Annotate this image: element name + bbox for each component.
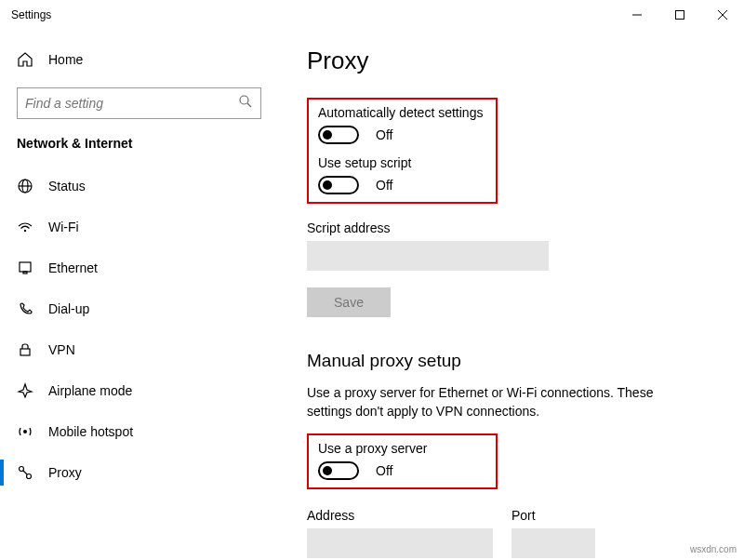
home-icon [17, 51, 33, 68]
sidebar-item-label: Mobile hotspot [48, 424, 133, 439]
svg-point-13 [23, 430, 27, 433]
maximize-icon [675, 10, 684, 20]
svg-point-4 [240, 96, 248, 104]
svg-rect-11 [23, 272, 27, 273]
proxy-icon [17, 464, 33, 481]
svg-rect-1 [676, 11, 684, 20]
address-input[interactable] [307, 528, 493, 558]
home-label: Home [48, 52, 83, 67]
airplane-icon [17, 382, 33, 399]
ethernet-icon [17, 260, 33, 276]
svg-rect-12 [20, 349, 30, 355]
sidebar-item-ethernet[interactable]: Ethernet [0, 247, 278, 288]
window-title: Settings [11, 8, 51, 21]
sidebar-item-status[interactable]: Status [0, 166, 278, 207]
address-label: Address [307, 508, 493, 523]
highlight-box-auto: Automatically detect settings Off Use se… [307, 98, 498, 204]
hotspot-icon [17, 423, 33, 440]
content-pane: Proxy Automatically detect settings Off … [279, 30, 744, 560]
close-icon [718, 10, 727, 20]
use-proxy-state: Off [376, 463, 392, 478]
svg-rect-10 [20, 262, 31, 272]
sidebar-item-label: Proxy [48, 465, 82, 480]
minimize-button[interactable] [616, 0, 658, 30]
category-header: Network & Internet [0, 136, 278, 166]
sidebar-item-label: Ethernet [48, 260, 98, 275]
toggle-knob [323, 180, 332, 190]
sidebar-item-label: Status [48, 179, 86, 193]
port-label: Port [512, 508, 595, 523]
auto-detect-toggle[interactable] [318, 126, 359, 144]
svg-point-9 [24, 230, 26, 232]
manual-section-desc: Use a proxy server for Ethernet or Wi-Fi… [307, 384, 679, 420]
auto-detect-label: Automatically detect settings [318, 105, 486, 120]
nav-list: Status Wi-Fi Ethernet Dial-up VPN Airpla… [0, 166, 278, 493]
sidebar-item-vpn[interactable]: VPN [0, 329, 278, 370]
home-button[interactable]: Home [0, 41, 278, 78]
status-icon [17, 178, 33, 194]
dialup-icon [17, 300, 33, 317]
sidebar-item-hotspot[interactable]: Mobile hotspot [0, 411, 278, 452]
use-proxy-toggle[interactable] [318, 461, 359, 480]
svg-point-15 [27, 474, 32, 479]
script-address-input[interactable] [307, 241, 549, 271]
auto-detect-state: Off [376, 127, 392, 142]
script-address-label: Script address [307, 220, 716, 235]
sidebar: Home Network & Internet Status Wi-Fi Eth… [0, 30, 279, 560]
use-script-label: Use setup script [318, 155, 486, 170]
highlight-box-manual: Use a proxy server Off [307, 433, 498, 489]
wifi-icon [17, 219, 33, 235]
toggle-knob [323, 130, 332, 140]
search-box[interactable] [17, 87, 261, 119]
search-input[interactable] [25, 96, 238, 111]
sidebar-item-label: Wi-Fi [48, 220, 79, 234]
vpn-icon [17, 341, 33, 358]
svg-point-14 [20, 467, 24, 472]
sidebar-item-label: Airplane mode [48, 383, 132, 398]
sidebar-item-dialup[interactable]: Dial-up [0, 288, 278, 329]
svg-line-5 [247, 103, 251, 107]
toggle-knob [323, 466, 332, 475]
watermark: wsxdn.com [690, 544, 737, 554]
titlebar: Settings [0, 0, 744, 30]
sidebar-item-wifi[interactable]: Wi-Fi [0, 207, 278, 247]
maximize-button[interactable] [658, 0, 701, 30]
sidebar-item-label: Dial-up [48, 301, 89, 316]
sidebar-item-label: VPN [48, 342, 75, 357]
manual-section-title: Manual proxy setup [307, 351, 716, 371]
save-button[interactable]: Save [307, 287, 391, 317]
use-proxy-label: Use a proxy server [318, 441, 486, 456]
use-script-toggle[interactable] [318, 176, 359, 194]
close-button[interactable] [701, 0, 744, 30]
sidebar-item-airplane[interactable]: Airplane mode [0, 370, 278, 411]
port-input[interactable] [512, 528, 595, 558]
use-script-state: Off [376, 178, 392, 193]
page-title: Proxy [307, 47, 716, 75]
search-icon [238, 94, 253, 113]
window-controls [616, 0, 744, 30]
sidebar-item-proxy[interactable]: Proxy [0, 452, 278, 493]
minimize-icon [632, 10, 642, 20]
svg-line-16 [23, 471, 27, 474]
